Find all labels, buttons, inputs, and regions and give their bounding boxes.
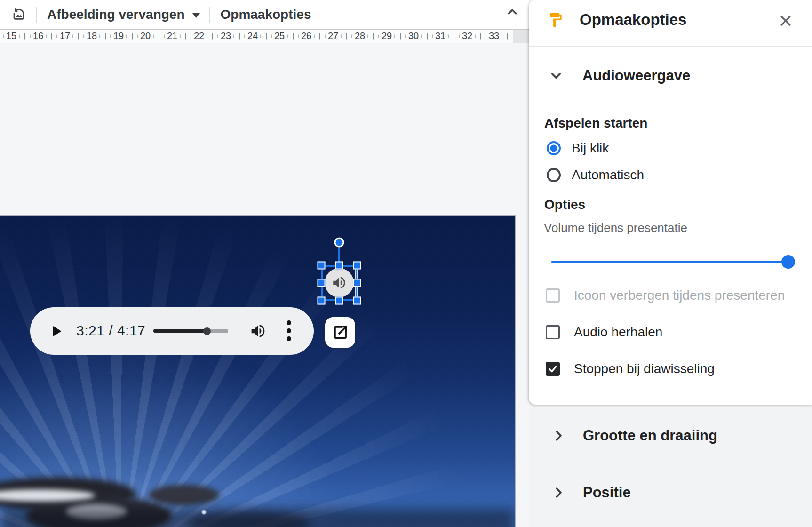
cloud-band-art [0,509,515,527]
close-panel-button[interactable] [775,11,796,31]
selection-handle-e[interactable] [353,279,361,287]
volume-slider[interactable] [551,253,788,272]
collapse-toolbar-button[interactable] [503,3,521,21]
replace-image-icon[interactable] [11,7,26,22]
selection-handle-s[interactable] [335,297,343,305]
radio-icon [547,168,561,182]
panel-header-divider [529,46,812,47]
section-label: Positie [583,484,631,501]
panel-title: Opmaakopties [580,11,686,29]
progress-bar[interactable] [153,329,228,333]
checkbox-stoppen-diawisseling[interactable]: Stoppen bij diawisseling [546,361,715,376]
volume-slider-thumb[interactable] [781,255,795,269]
play-icon [48,323,65,340]
toolbar-divider [36,7,37,23]
chevron-up-icon [505,5,519,19]
audio-player: 3:21 / 4:17 [30,307,314,355]
kebab-dot [287,336,291,341]
checkbox-icon [546,362,560,376]
checkbox-label: Icoon verbergen tijdens presenteren [574,288,785,303]
selection-handle-nw[interactable] [318,262,326,270]
open-in-new-icon [332,324,349,341]
chevron-right-icon [551,429,565,443]
radio-automatisch[interactable]: Automatisch [547,168,644,183]
volume-slider-fill [551,261,788,263]
speaker-icon [331,275,347,291]
selection-handle-sw[interactable] [318,297,326,305]
horizontal-ruler: 15161718192021222324252627282930313233 [0,29,529,43]
section-label: Grootte en draaiing [583,427,717,444]
ruler-end-cap [513,30,529,43]
format-options-toolbar-label[interactable]: Opmaakopties [221,7,311,22]
selection-handle-se[interactable] [353,297,361,305]
chevron-down-icon [549,68,564,83]
section-label: Audioweergave [582,67,690,84]
section-grootte-en-draaiing[interactable]: Grootte en draaiing [529,426,812,445]
selection-handle-n[interactable] [335,262,343,270]
radio-label: Automatisch [572,168,644,183]
cloud-art [149,485,219,505]
audio-object[interactable] [325,268,354,297]
selection-handle-ne[interactable] [353,262,361,270]
section-positie[interactable]: Positie [529,483,812,502]
play-start-heading: Afspelen starten [544,116,647,131]
open-in-new-button[interactable] [325,317,355,348]
progress-thumb[interactable] [203,327,211,335]
checkbox-audio-herhalen[interactable]: Audio herhalen [546,325,662,340]
toolbar-divider [209,7,210,23]
player-volume-button[interactable] [249,322,267,340]
slide-canvas[interactable]: 3:21 / 4:17 [0,215,516,527]
replace-image-button[interactable]: Afbeelding vervangen [47,7,200,22]
format-options-panel: Opmaakopties Audioweergave Afspelen star… [529,0,812,527]
dropdown-caret-icon [192,13,200,18]
player-menu-button[interactable] [286,320,292,341]
contextual-toolbar: Afbeelding vervangen Opmaakopties [0,0,529,29]
replace-image-label: Afbeelding vervangen [47,7,185,22]
radio-bij-klik[interactable]: Bij klik [547,141,609,156]
play-button[interactable] [48,323,65,340]
chevron-right-icon [551,486,565,500]
kebab-dot [287,328,291,333]
checkbox-label: Audio herhalen [574,325,662,340]
options-heading: Opties [544,197,585,212]
radio-icon [547,141,561,155]
section-audioweergave[interactable]: Audioweergave [529,63,812,89]
progress-fill [153,329,207,333]
ruler-ticks: 15161718192021222324252627282930313233 [0,30,513,43]
playback-time: 3:21 / 4:17 [76,323,145,339]
radio-label: Bij klik [572,141,609,156]
checkbox-icoon-verbergen[interactable]: Icoon verbergen tijdens presenteren [546,288,785,303]
selection-handle-w[interactable] [318,279,326,287]
paint-roller-icon [547,12,564,28]
checkbox-icon [546,325,560,339]
panel-card: Opmaakopties Audioweergave Afspelen star… [529,0,812,405]
close-icon [777,12,794,29]
checkbox-icon [546,288,560,303]
volume-label: Volume tijdens presentatie [544,221,687,235]
checkbox-label: Stoppen bij diawisseling [574,361,715,376]
volume-icon [249,322,267,340]
kebab-dot [287,320,291,325]
star-art [202,510,206,514]
rotation-handle[interactable] [334,238,344,248]
